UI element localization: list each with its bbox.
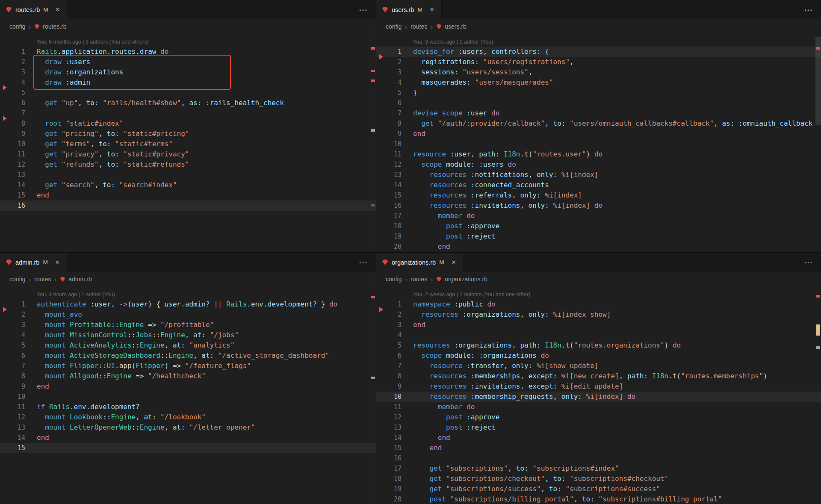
close-icon[interactable]: ✕ <box>450 259 457 266</box>
code-line[interactable]: 15 resources :referrals, only: %i[index] <box>376 190 821 200</box>
code-line[interactable]: 2 mount_avo <box>0 309 376 320</box>
code-line[interactable]: 5 mount ActiveAnalytics::Engine, at: "an… <box>0 340 376 351</box>
code-line[interactable]: 15 end <box>376 443 821 453</box>
code-line[interactable]: 4 <box>376 330 821 340</box>
code-line[interactable]: 16 resources :invitations, only: %i[inde… <box>376 200 821 211</box>
breadcrumb-item[interactable]: config <box>386 276 402 283</box>
code-line[interactable]: 7 mount Flipper::UI.app(Flipper) => "/fe… <box>0 361 376 371</box>
code-line[interactable]: 14 resources :connected_accounts <box>376 180 821 190</box>
breadcrumb-item[interactable]: config <box>9 23 25 30</box>
code-line[interactable]: 12 mount Lookbook::Engine, at: "/lookboo… <box>0 412 376 422</box>
code-line[interactable]: 1Rails.application.routes.draw do <box>0 47 376 57</box>
editor[interactable]: You, 6 months ago | 3 authors (You and o… <box>0 34 376 252</box>
code-line[interactable]: 10 <box>0 392 376 402</box>
code-line[interactable]: 4 mount MissionControl::Jobs::Engine, at… <box>0 330 376 340</box>
code-line[interactable]: 3 draw :organizations <box>0 67 376 77</box>
code-line[interactable]: 12 scope module: :users do <box>376 159 821 170</box>
breadcrumb-item[interactable]: routes.rb <box>43 23 66 30</box>
code-line[interactable]: 6 <box>376 98 821 108</box>
code-line[interactable]: 9 get "pricing", to: "static#pricing" <box>0 129 376 139</box>
code-line[interactable]: 11 member do <box>376 402 821 412</box>
code-line[interactable]: 7 <box>0 108 376 118</box>
code-line[interactable]: 8 mount Allgood::Engine => "/healthcheck… <box>0 371 376 381</box>
code-line[interactable]: 2 registrations: "users/registrations", <box>376 57 821 67</box>
code-line[interactable]: 15end <box>0 190 376 200</box>
breadcrumb-item[interactable]: organizations.rb <box>445 276 487 283</box>
code-line[interactable]: 9end <box>0 381 376 392</box>
breadcrumb-item[interactable]: routes <box>34 276 51 283</box>
code-line[interactable]: 9end <box>376 129 821 139</box>
code-line[interactable]: 7devise_scope :user do <box>376 108 821 118</box>
code-line[interactable]: 10 get "terms", to: "static#terms" <box>0 139 376 149</box>
code-line[interactable]: 18 post :approve <box>376 221 821 231</box>
code-line[interactable]: 11 get "privacy", to: "static#privacy" <box>0 149 376 159</box>
code-line[interactable]: 11if Rails.env.development? <box>0 402 376 412</box>
code-line[interactable]: 7 resource :transfer, only: %i[show upda… <box>376 361 821 371</box>
code-line[interactable]: 16 <box>376 453 821 463</box>
code-line[interactable]: 13 <box>0 170 376 180</box>
code-line[interactable]: 2 resources :organizations, only: %i[ind… <box>376 309 821 320</box>
line-number: 10 <box>376 392 413 402</box>
breadcrumb-item[interactable]: admin.rb <box>68 276 92 283</box>
code-line[interactable]: 19 get "subscriptions/success", to: "sub… <box>376 484 821 494</box>
code-line[interactable]: 1authenticate :user, ->(user) { user.adm… <box>0 299 376 309</box>
code-line[interactable]: 2 draw :users <box>0 57 376 67</box>
tab-users-rb[interactable]: users.rb M ✕ <box>376 0 442 19</box>
code-line[interactable]: 17 member do <box>376 211 821 221</box>
more-actions-icon[interactable]: ⋯ <box>350 0 376 19</box>
close-icon[interactable]: ✕ <box>428 6 436 13</box>
code-line[interactable]: 12 get "refunds", to: "static#refunds" <box>0 159 376 170</box>
code-line[interactable]: 6 get "up", to: "rails/health#show", as:… <box>0 98 376 108</box>
close-icon[interactable]: ✕ <box>54 6 61 13</box>
code-line[interactable]: 10 resources :membership_requests, only:… <box>376 392 821 402</box>
code-line[interactable]: 1namespace :public do <box>376 299 821 309</box>
code-line[interactable]: 1devise_for :users, controllers: { <box>376 47 821 57</box>
code-line[interactable]: 12 post :approve <box>376 412 821 422</box>
breadcrumb-item[interactable]: config <box>386 23 402 30</box>
tab-routes-rb[interactable]: routes.rb M ✕ <box>0 0 67 19</box>
code-line[interactable]: 13 post :reject <box>376 422 821 433</box>
code-line[interactable]: 6 scope module: :organizations do <box>376 351 821 361</box>
breadcrumb-item[interactable]: routes <box>410 276 427 283</box>
close-icon[interactable]: ✕ <box>54 259 61 266</box>
code-line[interactable]: 19 post :reject <box>376 231 821 242</box>
code-line[interactable]: 8 resources :memberships, except: %i[new… <box>376 371 821 381</box>
tab-admin-rb[interactable]: admin.rb M ✕ <box>0 253 67 272</box>
editor[interactable]: You, 4 hours ago | 1 author (You) 1authe… <box>0 286 376 504</box>
code-line[interactable]: 17 get "subscriptions", to: "subscriptio… <box>376 463 821 474</box>
code-line[interactable]: 4 draw :admin <box>0 77 376 88</box>
code-line[interactable]: 14end <box>0 433 376 443</box>
code-line[interactable]: 16 <box>0 200 376 211</box>
breadcrumb-item[interactable]: routes <box>410 23 427 30</box>
code-line[interactable]: 20 post "subscriptions/billing_portal", … <box>376 494 821 504</box>
code-line[interactable]: 3end <box>376 320 821 330</box>
code-line[interactable]: 5} <box>376 88 821 98</box>
breadcrumb-item[interactable]: config <box>9 276 25 283</box>
code-line[interactable]: 13 mount LetterOpenerWeb::Engine, at: "/… <box>0 422 376 433</box>
code-line[interactable]: 5resources :organizations, path: I18n.t(… <box>376 340 821 351</box>
code-line[interactable]: 10 <box>376 139 821 149</box>
code-line[interactable]: 18 get "subscriptions/checkout", to: "su… <box>376 474 821 484</box>
code-line[interactable]: 3 mount Profitable::Engine => "/profitab… <box>0 320 376 330</box>
code-line[interactable]: 8 root "static#index" <box>0 118 376 129</box>
code-line[interactable]: 11resource :user, path: I18n.t("routes.u… <box>376 149 821 159</box>
code-line[interactable]: 13 resources :notifications, only: %i[in… <box>376 170 821 180</box>
code-line[interactable]: 3 sessions: "users/sessions", <box>376 67 821 77</box>
code-line[interactable]: 15 <box>0 443 376 453</box>
more-actions-icon[interactable]: ⋯ <box>795 253 821 272</box>
code-line[interactable]: 5 <box>0 88 376 98</box>
breadcrumb-item[interactable]: users.rb <box>445 23 467 30</box>
code-line[interactable]: 14 get "search", to: "search#index" <box>0 180 376 190</box>
code-line[interactable]: 8 get "/auth/:provider/callback", to: "u… <box>376 118 821 129</box>
scrollbar-slider[interactable] <box>815 37 821 125</box>
code-line[interactable]: 14 end <box>376 433 821 443</box>
editor[interactable]: You, 2 weeks ago | 2 authors (You and on… <box>376 286 821 504</box>
tab-organizations-rb[interactable]: organizations.rb M ✕ <box>376 253 463 272</box>
code-line[interactable]: 9 resources :invitations, except: %i[edi… <box>376 381 821 392</box>
code-line[interactable]: 6 mount ActiveStorageDashboard::Engine, … <box>0 351 376 361</box>
more-actions-icon[interactable]: ⋯ <box>350 253 376 272</box>
more-actions-icon[interactable]: ⋯ <box>795 0 821 19</box>
code-line[interactable]: 20 end <box>376 242 821 252</box>
editor[interactable]: You, 3 weeks ago | 1 author (You) 1devis… <box>376 34 821 252</box>
code-line[interactable]: 4 masquerades: "users/masquerades" <box>376 77 821 88</box>
